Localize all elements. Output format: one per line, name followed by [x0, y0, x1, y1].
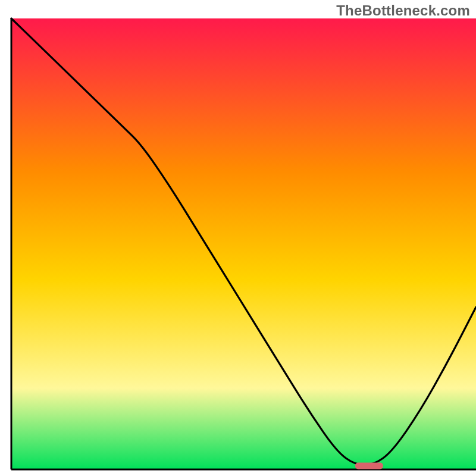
bottleneck-curve-plot: [0, 0, 476, 476]
valley-marker: [355, 462, 383, 469]
chart-frame: TheBottleneck.com: [0, 0, 476, 476]
